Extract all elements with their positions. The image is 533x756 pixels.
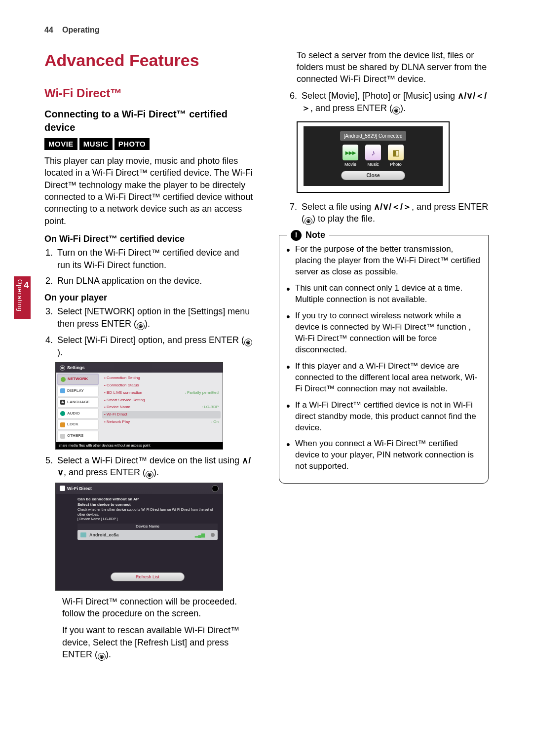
signal-icon: ▂▄▆ [195, 532, 205, 538]
enter-icon: ◉ [244, 339, 252, 346]
device-name-header: Device Name [77, 524, 218, 530]
wifi-device-row: Android_ec5a ▂▄▆ [77, 530, 218, 540]
step-4: Select [Wi-Fi Direct] option, and press … [55, 334, 254, 358]
note-item: If you try to connect wireless network w… [286, 310, 481, 356]
globe-icon [61, 377, 66, 382]
settings-side-network: NETWORK [57, 374, 99, 385]
heading-h3: Connecting to a Wi-Fi Direct™ certified … [44, 108, 254, 134]
gear-icon [60, 365, 65, 371]
note-item: For the purpose of the better transmissi… [286, 244, 481, 278]
wifi-empty-list [77, 540, 218, 569]
media-icon-music: ♪ Music [365, 145, 381, 167]
settings-side-lock: LOCK [57, 419, 99, 430]
enter-icon: ◉ [137, 322, 145, 330]
settings-title-bar: Settings [56, 363, 223, 373]
badge-music: MUSIC [79, 138, 113, 150]
note-item: If a Wi-Fi Direct™ certified device is n… [286, 400, 481, 434]
step-2: Run DLNA application on the device. [55, 275, 254, 287]
connected-label: [Android_5829] Connected [340, 131, 407, 141]
note-list: For the purpose of the better transmissi… [286, 244, 481, 472]
letter-a-icon: A [60, 400, 65, 405]
right-intro-text: To select a server from the device list,… [297, 49, 489, 85]
badge-movie: MOVIE [44, 138, 77, 150]
enter-icon: ◉ [392, 107, 400, 114]
step-5: Select a Wi-Fi Direct™ device on the lis… [55, 454, 254, 479]
step-1: Turn on the Wi-Fi Direct™ certified devi… [55, 247, 254, 271]
step5-after2: If you want to rescan available Wi-Fi Di… [62, 624, 254, 661]
signal-dot-icon [211, 533, 215, 537]
media-icon-movie: ▸▸▸ Movie [343, 145, 358, 167]
settings-row: • Connection Setting [102, 375, 221, 382]
wifi-direct-icon [60, 486, 65, 491]
wifi-line: [ Device Name ] LG-BDP ] [77, 517, 218, 521]
category-badges: MOVIE MUSIC PHOTO [44, 138, 254, 150]
photo-icon: ◧ [388, 145, 404, 160]
settings-row-selected: • Wi-Fi Direct [102, 411, 221, 418]
settings-row: • BD-LIVE connection: Partially permitte… [102, 389, 221, 397]
steps-list-a: Turn on the Wi-Fi Direct™ certified devi… [55, 247, 254, 287]
wifi-line: Select the device to connect [77, 502, 218, 508]
settings-side-display: DISPLAY [57, 386, 99, 396]
wifi-direct-screenshot: Wi-Fi Direct Can be connected without an… [55, 483, 223, 591]
steps-list-c: Select a Wi-Fi Direct™ device on the lis… [55, 454, 254, 479]
music-icon: ♪ [365, 145, 381, 160]
wifi-line: Can be connected without an AP [77, 497, 218, 502]
settings-side-audio: AUDIO [57, 409, 99, 419]
close-button: Close [341, 171, 405, 181]
step5-after1: Wi-Fi Direct™ connection will be proceed… [62, 596, 254, 620]
movie-icon: ▸▸▸ [343, 145, 358, 160]
settings-side-others: OTHERS [57, 431, 99, 441]
note-item: If this player and a Wi-Fi Direct™ devic… [286, 361, 481, 395]
heading-h2: Wi-Fi Direct™ [44, 85, 254, 101]
settings-screenshot: Settings NETWORK DISPLAY ALANGUAGE AUDIO… [55, 362, 223, 449]
settings-row: • Smart Service Setting [102, 397, 221, 404]
heading-h1: Advanced Features [44, 49, 254, 72]
step-3: Select [NETWORK] option in the [Settings… [55, 305, 254, 330]
wifi-line: Check whether the other device supports … [77, 507, 218, 517]
steps-list-b: Select [NETWORK] option in the [Settings… [55, 305, 254, 358]
monitor-icon [60, 388, 65, 393]
running-header: 44 Operating [44, 25, 489, 36]
media-select-screenshot: [Android_5829] Connected ▸▸▸ Movie ♪ Mus… [297, 121, 450, 193]
speaker-icon [60, 411, 65, 416]
media-icon-photo: ◧ Photo [388, 145, 404, 167]
settings-row: • Connection Status [102, 382, 221, 389]
note-icon: ! [291, 230, 302, 241]
note-item: This unit can connect only 1 device at a… [286, 283, 481, 305]
enter-icon: ◉ [305, 217, 312, 225]
page-number: 44 [44, 25, 57, 36]
note-title: Note [305, 229, 325, 241]
others-icon [60, 434, 65, 439]
enter-icon: ◉ [146, 471, 153, 479]
settings-footer: share media files with other devices wit… [56, 442, 223, 449]
subhead-on-player: On your player [44, 292, 254, 303]
subhead-certified-device: On Wi-Fi Direct™ certified device [44, 233, 254, 245]
intro-paragraph: This player can play movie, music and ph… [44, 155, 254, 227]
enter-icon: ◉ [98, 653, 106, 661]
note-item: When you connect a Wi-Fi Direct™ certifi… [286, 438, 481, 472]
step-7: 7. Select a file using ∧/∨/＜/＞, and pres… [290, 201, 489, 225]
note-box: ! Note For the purpose of the better tra… [279, 235, 489, 484]
wifi-title-bar: Wi-Fi Direct [56, 483, 223, 494]
refresh-list-button: Refresh List [111, 572, 185, 581]
lock-icon [60, 422, 65, 427]
step-6: 6. Select [Movie], [Photo] or [Music] us… [290, 90, 489, 114]
wifi-device-icon [80, 532, 86, 537]
settings-row: • Device Name: LG-BDP [102, 404, 221, 411]
back-icon [212, 485, 219, 492]
settings-row: • Network Play: On [102, 418, 221, 426]
settings-side-language: ALANGUAGE [57, 397, 99, 408]
badge-photo: PHOTO [114, 138, 150, 150]
header-section: Operating [62, 25, 100, 36]
